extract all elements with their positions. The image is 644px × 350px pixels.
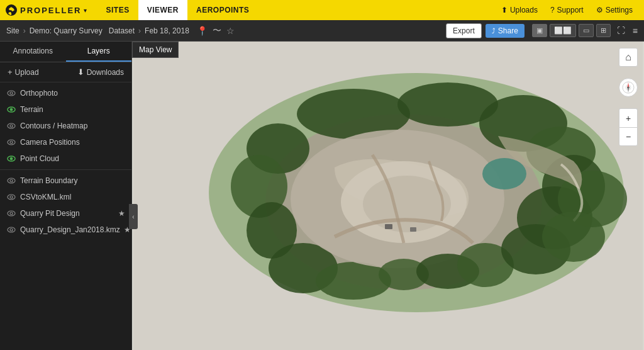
- share-button[interactable]: ⤴ Share: [486, 24, 525, 38]
- map-view-tab[interactable]: Map View: [132, 42, 179, 58]
- layer-name-quarry-design: Quarry_Design_Jan2018.kmz: [20, 225, 120, 234]
- nav-item-aeropoints[interactable]: AEROPOINTS: [187, 0, 258, 20]
- tab-annotations[interactable]: Annotations: [0, 42, 66, 62]
- upload-icon: ⬆: [501, 6, 508, 14]
- zoom-in-button[interactable]: +: [619, 108, 638, 127]
- layer-name-quarry-pit: Quarry Pit Design: [20, 209, 114, 218]
- layer-name-contours: Contours / Heatmap: [20, 121, 125, 130]
- svg-point-11: [8, 178, 15, 183]
- visibility-icon-terrain[interactable]: [6, 104, 16, 115]
- nav-item-viewer[interactable]: VIEWER: [138, 0, 187, 20]
- layer-name-orthophoto: Orthophoto: [20, 89, 125, 98]
- share-label: Share: [498, 26, 518, 35]
- layer-item-orthophoto[interactable]: Orthophoto: [0, 85, 131, 101]
- star-icon-quarry-pit[interactable]: ★: [118, 209, 125, 218]
- view-toggle-split-v[interactable]: ⬜⬜: [550, 24, 576, 37]
- map-area[interactable]: ⌂ + −: [132, 42, 644, 350]
- visibility-icon-camera[interactable]: [6, 137, 16, 147]
- layer-divider: [0, 169, 131, 170]
- svg-point-6: [10, 125, 13, 127]
- logo-dropdown-arrow[interactable]: ▾: [84, 7, 87, 14]
- breadcrumb-sep-2: ›: [138, 26, 141, 35]
- layer-item-csv-kml[interactable]: CSVtoKML.kml: [0, 189, 131, 205]
- layer-name-terrain-boundary: Terrain Boundary: [20, 176, 125, 185]
- svg-point-31: [316, 262, 391, 300]
- layer-item-quarry-design[interactable]: Quarry_Design_Jan2018.kmz ★: [0, 222, 131, 238]
- layer-item-point-cloud[interactable]: Point Cloud: [0, 150, 131, 167]
- star-icon[interactable]: ☆: [226, 26, 235, 36]
- sidebar: Annotations Layers + Upload ⬇ Downloads …: [0, 42, 132, 350]
- view-toggle-split-h[interactable]: ▭: [579, 24, 594, 37]
- chart-icon[interactable]: 〜: [213, 25, 221, 37]
- sidebar-actions: + Upload ⬇ Downloads: [0, 62, 131, 82]
- svg-rect-38: [385, 224, 392, 229]
- breadcrumb-sep-1: ›: [23, 26, 26, 35]
- breadcrumb-icons: 📍 〜 ☆: [197, 25, 235, 37]
- zoom-controls: + −: [619, 108, 638, 146]
- svg-point-17: [8, 227, 15, 232]
- view-toggle-single[interactable]: ▣: [532, 24, 547, 37]
- svg-point-37: [482, 158, 526, 189]
- help-icon: ?: [550, 6, 555, 14]
- svg-point-15: [8, 211, 15, 216]
- breadcrumb-bar: Site › Demo: Quarry Survey Dataset › Feb…: [0, 20, 644, 42]
- main-area: Annotations Layers + Upload ⬇ Downloads …: [0, 42, 644, 350]
- export-button[interactable]: Export: [446, 23, 482, 38]
- downloads-action-label: Downloads: [87, 68, 124, 77]
- visibility-icon-contours[interactable]: [6, 121, 16, 131]
- svg-point-12: [10, 179, 13, 182]
- visibility-icon-quarry-design[interactable]: [6, 225, 16, 235]
- support-nav-item[interactable]: ? Support: [544, 0, 590, 20]
- layer-item-contours[interactable]: Contours / Heatmap: [0, 118, 131, 134]
- visibility-icon-point-cloud[interactable]: [6, 154, 16, 164]
- uploads-nav-item[interactable]: ⬆ Uploads: [495, 0, 544, 20]
- settings-nav-item[interactable]: ⚙ Settings: [590, 0, 639, 20]
- plus-icon: +: [8, 67, 13, 77]
- view-toggles: ▣ ⬜⬜ ▭ ⊞: [532, 24, 611, 37]
- chevron-left-icon: ‹: [132, 213, 134, 220]
- tab-layers[interactable]: Layers: [66, 42, 132, 62]
- upload-action-button[interactable]: + Upload: [5, 66, 42, 78]
- svg-point-44: [542, 212, 605, 262]
- svg-point-18: [10, 229, 13, 231]
- settings-label: Settings: [606, 6, 633, 14]
- propeller-logo-icon: [5, 4, 18, 16]
- layer-item-terrain-boundary[interactable]: Terrain Boundary: [0, 172, 131, 189]
- home-button[interactable]: ⌂: [619, 48, 638, 67]
- svg-point-2: [10, 92, 13, 94]
- location-pin-icon[interactable]: 📍: [197, 26, 208, 36]
- visibility-icon-quarry-pit[interactable]: [6, 208, 16, 218]
- compass-button[interactable]: [619, 78, 638, 97]
- fullscreen-button[interactable]: ⛶: [617, 26, 625, 35]
- panel-settings-button[interactable]: ≡: [633, 26, 638, 36]
- sidebar-tabs: Annotations Layers: [0, 42, 131, 62]
- svg-point-10: [10, 157, 13, 160]
- logo-area[interactable]: propeller ▾: [5, 4, 87, 16]
- svg-point-7: [8, 140, 15, 145]
- support-label: Support: [557, 6, 584, 14]
- layer-item-camera-positions[interactable]: Camera Positions: [0, 134, 131, 150]
- site-name-link[interactable]: Demo: Quarry Survey: [30, 26, 103, 35]
- dataset-name-link[interactable]: Feb 18, 2018: [145, 26, 189, 35]
- top-navigation: propeller ▾ SITES VIEWER AEROPOINTS ⬆ Up…: [0, 0, 644, 20]
- nav-item-sites[interactable]: SITES: [97, 0, 138, 20]
- layer-name-terrain: Terrain: [20, 105, 125, 114]
- visibility-icon-terrain-boundary[interactable]: [6, 176, 16, 186]
- download-icon: ⬇: [77, 67, 84, 77]
- svg-point-4: [10, 108, 13, 111]
- svg-point-13: [8, 195, 15, 200]
- svg-point-48: [627, 86, 630, 89]
- layer-item-terrain[interactable]: Terrain: [0, 101, 131, 118]
- map-controls: ⌂ + −: [619, 48, 638, 146]
- share-icon: ⤴: [492, 27, 496, 35]
- logo-text: propeller: [20, 6, 81, 15]
- zoom-out-button[interactable]: −: [619, 127, 638, 146]
- downloads-action-button[interactable]: ⬇ Downloads: [75, 66, 126, 78]
- layer-item-quarry-pit[interactable]: Quarry Pit Design ★: [0, 205, 131, 222]
- map-visualization: [132, 42, 644, 350]
- view-toggle-quad[interactable]: ⊞: [596, 24, 611, 37]
- sidebar-toggle-button[interactable]: ‹: [129, 204, 138, 229]
- uploads-label: Uploads: [510, 6, 538, 14]
- visibility-icon-csv-kml[interactable]: [6, 192, 16, 202]
- visibility-icon-orthophoto[interactable]: [6, 88, 16, 98]
